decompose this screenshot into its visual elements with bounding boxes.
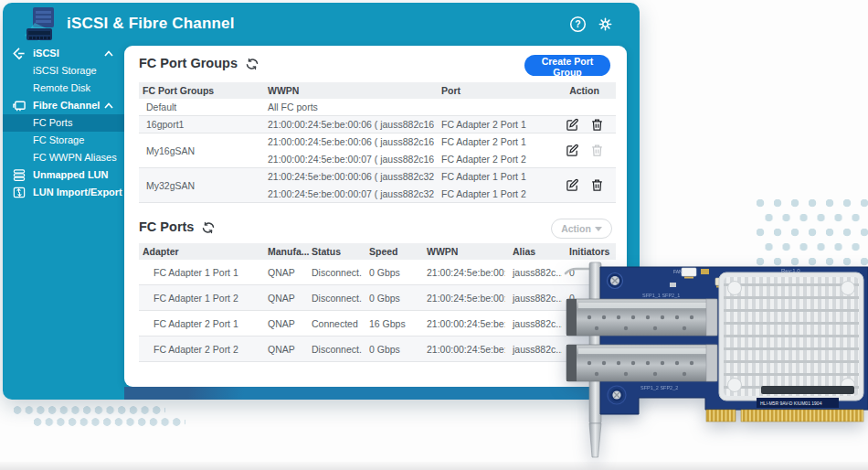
section-title-text: FC Port Groups bbox=[139, 56, 238, 70]
page-title: iSCSI & Fibre Channel bbox=[67, 15, 235, 33]
actions-cell bbox=[553, 118, 616, 132]
action-dropdown-button[interactable]: Action bbox=[551, 219, 612, 239]
column-header: FC Port Groups bbox=[139, 85, 260, 96]
alias-cell: jauss882c... bbox=[505, 318, 562, 329]
group-name-cell: My16gSAN bbox=[139, 145, 260, 156]
status-cell: Connected bbox=[304, 318, 362, 329]
speed-cell: 16 Gbps bbox=[362, 318, 419, 329]
content-panel: FC Port Groups Create Port Group FC Port… bbox=[124, 46, 627, 387]
svg-text:SFP1_2 SFP2_2: SFP1_2 SFP2_2 bbox=[640, 385, 678, 390]
sidebar: iSCSI iSCSI Storage Remote Disk Fibre Ch… bbox=[3, 45, 124, 400]
dots-pattern-bottom-left-2 bbox=[34, 418, 185, 426]
refresh-icon[interactable] bbox=[246, 58, 259, 70]
edit-icon[interactable] bbox=[566, 178, 579, 192]
column-header: Adapter bbox=[139, 246, 260, 257]
manufacturer-cell: QNAP bbox=[260, 267, 304, 278]
wwpn-cell: 21:00:00:24:5e:be:00:06 ( jauss882c16p1 … bbox=[260, 134, 434, 168]
delete-icon-disabled bbox=[590, 144, 604, 157]
refresh-icon[interactable] bbox=[202, 221, 215, 234]
speed-cell: 0 Gbps bbox=[362, 293, 419, 304]
column-header: Action bbox=[553, 85, 616, 96]
svg-text:SFP1_1 SFP2_1: SFP1_1 SFP2_1 bbox=[642, 293, 680, 298]
delete-icon[interactable] bbox=[590, 118, 604, 132]
table-row[interactable]: Default All FC ports bbox=[139, 99, 616, 116]
column-header: Speed bbox=[362, 246, 419, 257]
chevron-up-icon[interactable] bbox=[104, 50, 113, 57]
svg-text:?: ? bbox=[575, 19, 580, 29]
table-row[interactable]: 16gport1 21:00:00:24:5e:be:00:06 ( jauss… bbox=[139, 116, 616, 134]
svg-text:FAN: FAN bbox=[673, 269, 683, 274]
table-row[interactable]: FC Adapter 2 Port 2 QNAP Disconnect... 0… bbox=[139, 336, 616, 362]
column-header: Alias bbox=[505, 246, 562, 257]
alias-cell: jauss882c... bbox=[505, 344, 562, 355]
delete-icon[interactable] bbox=[590, 178, 604, 192]
unmapped-lun-icon bbox=[12, 168, 26, 182]
sfp-cage-top bbox=[566, 299, 717, 336]
sidebar-item-label: FC Storage bbox=[3, 132, 84, 149]
status-cell: Disconnect... bbox=[304, 267, 362, 278]
chevron-up-icon[interactable] bbox=[104, 102, 113, 109]
svg-text:HLI-M5R 9AV-D KIUM01 1904: HLI-M5R 9AV-D KIUM01 1904 bbox=[760, 401, 822, 406]
sidebar-item-fibre-channel[interactable]: Fibre Channel bbox=[3, 97, 124, 114]
sidebar-item-label: FC WWPN Aliases bbox=[3, 149, 117, 166]
wwpn-cell: 21:00:24:5e:be:00:00... bbox=[419, 293, 505, 304]
sidebar-item-unmapped-lun[interactable]: Unmapped LUN bbox=[3, 166, 124, 184]
manufacturer-cell: QNAP bbox=[260, 293, 304, 304]
column-header: WWPN bbox=[419, 246, 505, 257]
section-title-text: FC Ports bbox=[139, 219, 194, 234]
alias-cell: jauss882c... bbox=[505, 267, 562, 278]
sidebar-item-label: iSCSI Storage bbox=[3, 62, 97, 80]
section-title-fc-ports: FC Ports bbox=[139, 219, 215, 234]
port-cell: FC Adapter 2 Port 1 bbox=[434, 119, 553, 130]
speed-cell: 0 Gbps bbox=[362, 344, 419, 355]
screenshot-stage: { "window": { "title": "iSCSI & Fibre Ch… bbox=[0, 0, 868, 470]
help-icon[interactable]: ? bbox=[569, 16, 587, 33]
settings-gear-icon[interactable] bbox=[597, 16, 614, 33]
table-row[interactable]: FC Adapter 1 Port 1 QNAP Disconnect... 0… bbox=[139, 260, 616, 285]
table-header: Adapter Manufa... Status Speed WWPN Alia… bbox=[139, 243, 616, 260]
sidebar-item-iscsi[interactable]: iSCSI bbox=[3, 45, 124, 62]
heatsink bbox=[719, 272, 863, 401]
section-title-fc-port-groups: FC Port Groups bbox=[139, 56, 259, 70]
table-row[interactable]: FC Adapter 1 Port 2 QNAP Disconnect... 0… bbox=[139, 285, 616, 311]
sidebar-item-label: Remote Disk bbox=[3, 80, 90, 97]
sidebar-item-fc-ports[interactable]: FC Ports bbox=[3, 114, 124, 132]
group-name-cell: 16gport1 bbox=[139, 119, 260, 130]
action-button-label: Action bbox=[561, 223, 591, 234]
actions-cell bbox=[553, 178, 616, 192]
fc-adapter-card-photo: FAN Rev:1.0 SFP1_1 SFP2_1 SFP1_2 SFP2_2 bbox=[562, 261, 868, 462]
table-row[interactable]: FC Adapter 2 Port 1 QNAP Connected 16 Gb… bbox=[139, 311, 616, 336]
edit-icon[interactable] bbox=[566, 144, 579, 157]
wwpn-cell: 21:00:00:24:5e:be:00... bbox=[419, 344, 505, 355]
table-row[interactable]: My32gSAN 21:00:24:5e:be:00:00:06 ( jauss… bbox=[139, 168, 616, 203]
status-cell: Disconnect... bbox=[304, 293, 362, 304]
port-cell: FC Adapter 2 Port 1 FC Adapter 2 Port 2 bbox=[434, 134, 553, 168]
wwpn-cell: 21:00:00:24:5e:be:00:06 ( jauss882c16p1 … bbox=[260, 119, 434, 130]
sidebar-item-iscsi-storage[interactable]: iSCSI Storage bbox=[3, 62, 124, 80]
dots-pattern-bottom-left-1 bbox=[14, 406, 165, 414]
sidebar-item-lun-import-export[interactable]: LUN Import/Export bbox=[3, 184, 124, 201]
sidebar-item-remote-disk[interactable]: Remote Disk bbox=[3, 80, 124, 97]
table-header: FC Port Groups WWPN Port Action bbox=[139, 82, 616, 99]
fibre-channel-card-icon bbox=[12, 99, 26, 112]
sidebar-item-fc-storage[interactable]: FC Storage bbox=[3, 132, 124, 149]
fc-ports-table: Adapter Manufa... Status Speed WWPN Alia… bbox=[139, 243, 616, 362]
actions-cell bbox=[553, 144, 616, 157]
wwpn-cell: 21:00:00:24:5e:be:00... bbox=[419, 318, 505, 329]
title-bar: iSCSI & Fibre Channel ? bbox=[3, 3, 640, 45]
group-name-cell: Default bbox=[139, 101, 260, 112]
floor-shadow bbox=[0, 462, 868, 470]
speed-cell: 0 Gbps bbox=[362, 267, 419, 278]
adapter-cell: FC Adapter 1 Port 1 bbox=[139, 267, 260, 278]
table-row[interactable]: My16gSAN 21:00:00:24:5e:be:00:06 ( jauss… bbox=[139, 134, 616, 168]
adapter-cell: FC Adapter 2 Port 2 bbox=[139, 344, 260, 355]
create-port-group-button[interactable]: Create Port Group bbox=[524, 55, 610, 76]
lun-import-export-icon bbox=[12, 186, 26, 199]
sidebar-item-fc-wwpn-aliases[interactable]: FC WWPN Aliases bbox=[3, 149, 124, 166]
column-header: Initiators bbox=[562, 246, 616, 257]
app-window: iSCSI & Fibre Channel ? iSCSI bbox=[3, 3, 640, 400]
adapter-cell: FC Adapter 1 Port 2 bbox=[139, 293, 260, 304]
edit-icon[interactable] bbox=[566, 118, 579, 132]
iscsi-icon bbox=[12, 47, 26, 60]
manufacturer-cell: QNAP bbox=[260, 318, 304, 329]
